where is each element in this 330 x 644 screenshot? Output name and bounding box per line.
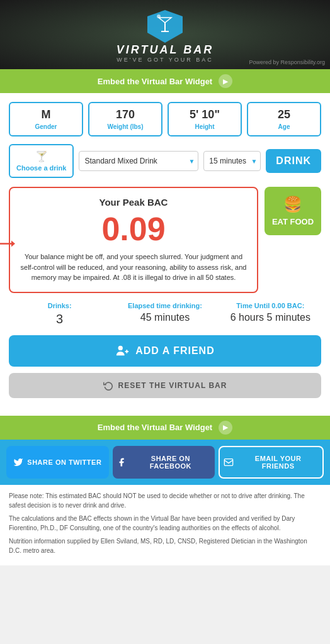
social-row: SHARE ON TWITTER SHARE ON FACEBOOK EMAIL…: [0, 440, 330, 485]
facebook-icon: [117, 457, 127, 467]
twitter-share-button[interactable]: SHARE ON TWITTER: [6, 446, 109, 479]
embed-banner-label: Embed the Virtual Bar Widget: [98, 77, 212, 86]
elapsed-value: 45 minutes: [114, 312, 215, 323]
svg-point-7: [118, 345, 123, 350]
logo-subtitle: WE'VE GOT YOUR BAC: [117, 57, 213, 63]
height-label: Height: [171, 123, 238, 130]
gender-box[interactable]: M Gender: [9, 102, 83, 136]
elapsed-label: Elapsed time drinking:: [114, 302, 215, 309]
logo-icon: [146, 9, 184, 43]
powered-by-text: Powered by Responsibility.org: [249, 59, 325, 65]
drink-select[interactable]: Standard Mixed Drink: [79, 151, 198, 171]
age-value: 25: [251, 108, 317, 121]
bac-value: 0.09: [19, 213, 248, 245]
stats-row: M Gender 170 Weight (lbs) 5' 10" Height …: [9, 102, 321, 136]
bac-description: Your balance might be off, and your spee…: [19, 252, 248, 283]
gender-value: M: [13, 108, 79, 121]
weight-label: Weight (lbs): [92, 123, 159, 130]
elapsed-stat: Elapsed time drinking: 45 minutes: [114, 302, 215, 326]
logo: VIRTUAL BAR WE'VE GOT YOUR BAC: [6, 9, 324, 63]
logo-title: VIRTUAL BAR: [117, 43, 213, 57]
reset-label: RESET THE VIRTUAL BAR: [118, 381, 227, 390]
bottom-play-icon[interactable]: ▶: [219, 421, 232, 435]
main-content: M Gender 170 Weight (lbs) 5' 10" Height …: [0, 93, 330, 416]
play-icon[interactable]: ▶: [219, 74, 232, 88]
choose-drink-label: Choose a drink: [16, 164, 66, 172]
time-until-stat: Time Until 0.00 BAC: 6 hours 5 minutes: [220, 302, 321, 326]
bottom-embed-label: Embed the Virtual Bar Widget: [98, 423, 212, 432]
drinks-value: 3: [9, 312, 110, 326]
time-until-value: 6 hours 5 minutes: [220, 312, 321, 323]
reset-button[interactable]: RESET THE VIRTUAL BAR: [9, 373, 321, 398]
weight-value: 170: [92, 108, 159, 121]
svg-point-4: [157, 14, 161, 18]
stats-bottom-row: Drinks: 3 Elapsed time drinking: 45 minu…: [9, 302, 321, 326]
bac-food-row: Your Peak BAC 0.09 Your balance might be…: [9, 187, 321, 293]
svg-marker-6: [11, 241, 15, 247]
email-icon: [224, 457, 234, 467]
age-box[interactable]: 25 Age: [247, 102, 321, 136]
bottom-embed-banner[interactable]: Embed the Virtual Bar Widget ▶: [0, 416, 330, 440]
time-select[interactable]: 15 minutes: [203, 151, 261, 171]
height-value: 5' 10": [171, 108, 238, 121]
time-until-label: Time Until 0.00 BAC:: [220, 302, 321, 309]
eat-food-button[interactable]: 🍔 EAT FOOD: [265, 187, 321, 235]
footer-line2: The calculations and the BAC effects sho…: [9, 514, 321, 533]
friend-icon: [115, 344, 129, 358]
drink-select-wrapper[interactable]: Standard Mixed Drink: [79, 151, 198, 171]
reset-icon: [103, 380, 113, 391]
drink-button[interactable]: DRINK: [266, 149, 321, 173]
twitter-icon: [13, 457, 23, 467]
bac-box: Your Peak BAC 0.09 Your balance might be…: [9, 187, 258, 293]
top-embed-banner[interactable]: Embed the Virtual Bar Widget ▶: [0, 69, 330, 93]
time-select-wrapper[interactable]: 15 minutes: [203, 151, 261, 171]
add-friend-button[interactable]: ADD A FRIEND: [9, 335, 321, 367]
app-header: VIRTUAL BAR WE'VE GOT YOUR BAC Powered b…: [0, 0, 330, 69]
footer-line1: Please note: This estimated BAC should N…: [9, 491, 321, 510]
email-friends-button[interactable]: EMAIL YOUR FRIENDS: [219, 446, 324, 479]
height-box[interactable]: 5' 10" Height: [168, 102, 242, 136]
facebook-label: SHARE ON FACEBOOK: [130, 455, 211, 470]
facebook-share-button[interactable]: SHARE ON FACEBOOK: [113, 446, 215, 479]
footer: Please note: This estimated BAC should N…: [0, 485, 330, 565]
bac-title: Your Peak BAC: [19, 197, 248, 208]
age-label: Age: [251, 123, 317, 130]
red-arrow-indicator: [0, 238, 15, 252]
svg-rect-10: [225, 458, 233, 465]
email-label: EMAIL YOUR FRIENDS: [237, 455, 319, 470]
weight-box[interactable]: 170 Weight (lbs): [88, 102, 162, 136]
twitter-label: SHARE ON TWITTER: [27, 458, 101, 466]
add-friend-label: ADD A FRIEND: [135, 345, 214, 357]
eat-food-label: EAT FOOD: [272, 217, 314, 226]
drink-selector-row: 🍸 Choose a drink Standard Mixed Drink 15…: [9, 144, 321, 178]
choose-drink-button[interactable]: 🍸 Choose a drink: [9, 144, 74, 178]
burger-icon: 🍔: [283, 196, 302, 213]
drinks-label: Drinks:: [9, 302, 110, 309]
gender-label: Gender: [13, 123, 79, 130]
cocktail-icon: 🍸: [35, 150, 48, 162]
drinks-stat: Drinks: 3: [9, 302, 110, 326]
footer-line3: Nutrition information supplied by Ellen …: [9, 536, 321, 555]
